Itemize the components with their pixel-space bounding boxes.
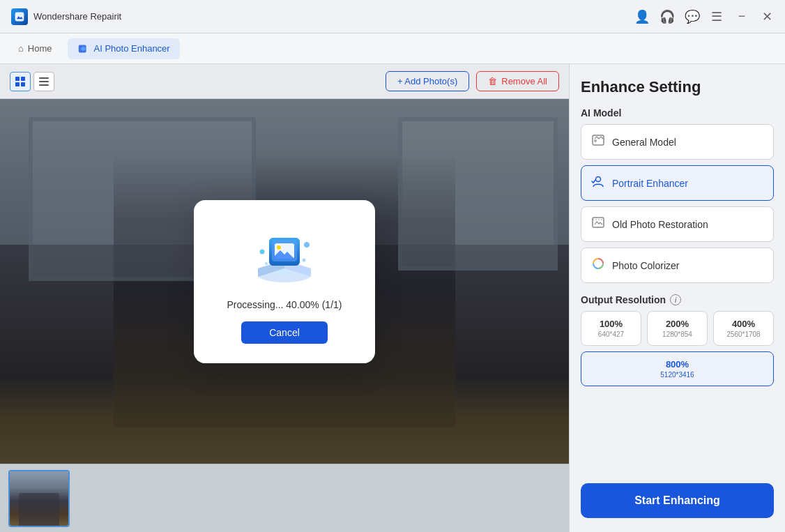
thumbnail-strip <box>0 464 569 532</box>
main-content: + Add Photo(s) 🗑 Remove All <box>0 64 785 532</box>
app-icon <box>11 8 28 25</box>
resolution-200-button[interactable]: 200% 1280*854 <box>647 311 708 346</box>
general-model-label: General Model <box>612 137 676 148</box>
resolution-grid: 100% 640*427 200% 1280*854 400% 2560*170… <box>581 311 774 346</box>
processing-dialog: Processing... 40.00% (1/1) Cancel <box>194 200 375 363</box>
home-label: Home <box>28 43 52 54</box>
remove-all-button[interactable]: 🗑 Remove All <box>476 71 559 91</box>
colorizer-model-icon <box>591 257 605 274</box>
processing-icon <box>250 225 319 288</box>
panel-title: Enhance Setting <box>581 78 774 96</box>
model-portrait-button[interactable]: Portrait Enhancer <box>581 165 774 201</box>
ai-enhancer-icon <box>77 43 90 55</box>
grid-icon <box>15 77 25 86</box>
resolution-800-pct: 800% <box>666 359 689 370</box>
resolution-400-button[interactable]: 400% 2560*1708 <box>713 311 774 346</box>
svg-rect-5 <box>21 82 25 86</box>
resolution-400-pct: 400% <box>732 319 755 329</box>
svg-rect-6 <box>39 77 49 79</box>
ai-model-label: AI Model <box>581 107 774 119</box>
old-photo-model-icon <box>591 215 605 233</box>
right-panel: Enhance Setting AI Model General Model <box>569 64 785 532</box>
trash-icon: 🗑 <box>488 76 497 86</box>
svg-point-25 <box>596 177 601 182</box>
photo-display: Processing... 40.00% (1/1) Cancel <box>0 99 569 464</box>
svg-point-24 <box>594 139 597 142</box>
svg-point-21 <box>303 258 306 261</box>
svg-point-20 <box>304 242 310 248</box>
photo-area: + Add Photo(s) 🗑 Remove All <box>0 64 569 532</box>
svg-rect-26 <box>593 218 604 227</box>
colorizer-model-label: Photo Colorizer <box>612 260 680 271</box>
resolution-800-dims: 5120*3416 <box>660 371 694 379</box>
list-view-button[interactable] <box>33 72 54 91</box>
svg-point-19 <box>260 249 265 254</box>
info-icon: i <box>670 294 681 305</box>
list-icon <box>39 77 49 86</box>
grid-view-button[interactable] <box>10 72 31 91</box>
title-bar: Wondershare Repairit 👤 🎧 💬 ☰ − ✕ <box>0 0 785 33</box>
add-photos-button[interactable]: + Add Photo(s) <box>386 71 469 91</box>
start-enhancing-button[interactable]: Start Enhancing <box>581 483 774 518</box>
app-name: Wondershare Repairit <box>33 11 121 22</box>
tab-ai-photo-enhancer[interactable]: AI Photo Enhancer <box>68 38 180 59</box>
title-bar-left: Wondershare Repairit <box>11 8 121 25</box>
svg-rect-8 <box>39 84 49 86</box>
toolbar-actions: + Add Photo(s) 🗑 Remove All <box>386 71 559 91</box>
home-icon: ⌂ <box>18 43 24 54</box>
svg-rect-0 <box>15 12 24 21</box>
view-toggle <box>10 72 54 91</box>
headphone-icon[interactable]: 🎧 <box>660 9 673 24</box>
resolution-section: Output Resolution i 100% 640*427 200% 12… <box>581 294 774 386</box>
resolution-100-dims: 640*427 <box>598 330 624 338</box>
model-general-button[interactable]: General Model <box>581 124 774 160</box>
model-list: General Model Portrait Enhancer <box>581 124 774 283</box>
chat-icon[interactable]: 💬 <box>685 9 699 24</box>
svg-rect-4 <box>15 82 20 86</box>
svg-point-17 <box>277 245 281 250</box>
portrait-model-label: Portrait Enhancer <box>612 178 688 189</box>
menu-icon[interactable]: ☰ <box>710 9 724 24</box>
model-old-photo-button[interactable]: Old Photo Restoration <box>581 206 774 242</box>
nav-bar: ⌂ Home AI Photo Enhancer <box>0 33 785 64</box>
resolution-200-pct: 200% <box>666 319 689 329</box>
minimize-icon[interactable]: − <box>735 9 749 24</box>
title-bar-controls: 👤 🎧 💬 ☰ − ✕ <box>634 9 774 24</box>
tab-label: AI Photo Enhancer <box>94 43 170 54</box>
thumbnail-item[interactable] <box>8 470 70 527</box>
cancel-button[interactable]: Cancel <box>241 321 328 344</box>
photo-toolbar: + Add Photo(s) 🗑 Remove All <box>0 64 569 99</box>
user-icon[interactable]: 👤 <box>634 9 648 24</box>
resolution-100-pct: 100% <box>600 319 623 329</box>
ai-model-section: AI Model General Model <box>581 107 774 283</box>
svg-rect-3 <box>21 77 25 81</box>
model-colorizer-button[interactable]: Photo Colorizer <box>581 248 774 283</box>
resolution-label-text: Output Resolution <box>581 294 666 305</box>
general-model-icon <box>591 133 605 151</box>
close-icon[interactable]: ✕ <box>760 9 774 24</box>
resolution-section-label: Output Resolution i <box>581 294 774 305</box>
svg-rect-7 <box>39 81 49 82</box>
old-photo-model-label: Old Photo Restoration <box>612 219 708 230</box>
resolution-100-button[interactable]: 100% 640*427 <box>581 311 641 346</box>
portrait-model-icon <box>591 174 605 192</box>
resolution-200-dims: 1280*854 <box>662 330 692 338</box>
tab-home[interactable]: ⌂ Home <box>8 39 62 58</box>
svg-rect-2 <box>15 77 20 81</box>
resolution-400-dims: 2560*1708 <box>726 330 760 338</box>
processing-text: Processing... 40.00% (1/1) <box>227 299 342 310</box>
svg-point-22 <box>265 262 268 265</box>
remove-label: Remove All <box>501 76 547 86</box>
resolution-800-button[interactable]: 800% 5120*3416 <box>581 351 774 386</box>
dialog-overlay: Processing... 40.00% (1/1) Cancel <box>0 99 569 464</box>
